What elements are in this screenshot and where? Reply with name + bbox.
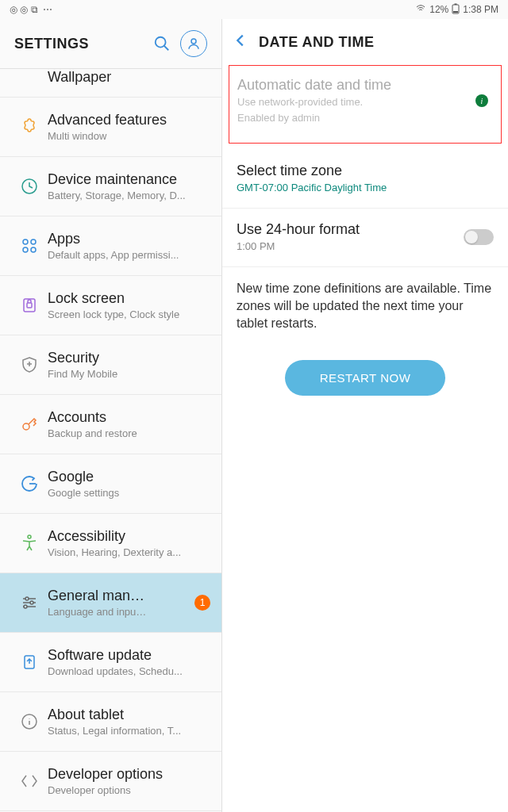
sidebar-item-developer-options[interactable]: Developer options Developer options [0, 752, 221, 811]
svg-point-18 [25, 597, 29, 600]
sidebar-item-security[interactable]: Security Find My Mobile [0, 335, 221, 395]
select-timezone-row[interactable]: Select time zone GMT-07:00 Pacific Dayli… [222, 150, 508, 209]
sidebar-item-label: About tablet [48, 707, 210, 723]
battery-pct: 12% [429, 4, 448, 15]
auto-datetime-sub1: Use network-provided time. [237, 96, 475, 109]
sliders-icon [11, 593, 48, 612]
auto-datetime-highlight: Automatic date and time Use network-prov… [229, 65, 502, 144]
key-icon [11, 415, 48, 434]
use-24h-example: 1:00 PM [237, 240, 464, 254]
notification-badge: 1 [194, 595, 210, 611]
svg-line-4 [164, 46, 169, 51]
status-bar: ◎ ◎ ⧉ ⋯ 12% 1:38 PM [0, 0, 508, 19]
auto-datetime-title: Automatic date and time [237, 77, 475, 94]
apps-icon [11, 236, 48, 255]
shield-icon [11, 355, 48, 374]
sidebar-item-accounts[interactable]: Accounts Backup and restore [0, 395, 221, 454]
sidebar-item-label: Accessibility [48, 528, 210, 545]
update-icon [11, 653, 48, 672]
auto-datetime-sub2: Enabled by admin [237, 112, 475, 125]
search-icon[interactable] [148, 30, 175, 57]
sidebar-item-label: Lock screen [48, 290, 210, 307]
admin-info-icon[interactable]: i [475, 94, 488, 107]
svg-point-10 [31, 247, 36, 252]
svg-point-9 [23, 247, 28, 252]
tz-update-info: New time zone definitions are available.… [222, 267, 508, 346]
sidebar-item-sub: Vision, Hearing, Dexterity a... [48, 546, 210, 558]
sidebar-item-sub: Backup and restore [48, 427, 210, 439]
sidebar-item-sub: Download updates, Schedu... [48, 665, 210, 677]
detail-title: DATE AND TIME [259, 34, 375, 51]
sidebar-item-google[interactable]: Google Google settings [0, 454, 221, 514]
sidebar-item-label: Accounts [48, 409, 210, 426]
sidebar-item-label: Device maintenance [48, 171, 210, 188]
sidebar-item-sub: Developer options [48, 784, 210, 796]
lock-icon [11, 296, 48, 315]
svg-rect-11 [24, 299, 35, 312]
svg-point-22 [24, 605, 27, 608]
sidebar-item-sub: Battery, Storage, Memory, D... [48, 190, 210, 201]
sidebar-item-sub: Status, Legal information, T... [48, 725, 210, 737]
sidebar-item-sub: Find My Mobile [48, 368, 210, 380]
use-24h-toggle[interactable] [464, 229, 494, 245]
code-icon [11, 772, 48, 791]
sidebar-title: SETTINGS [14, 36, 144, 52]
sidebar-item-sub: Multi window [48, 130, 210, 142]
svg-point-8 [31, 239, 36, 244]
back-icon[interactable] [232, 32, 249, 52]
profile-icon[interactable] [180, 30, 207, 57]
sidebar-item-general-management[interactable]: General man… Language and inpu… 1 [0, 573, 221, 633]
sidebar-item-sub: Default apps, App permissi... [48, 249, 210, 261]
timezone-title: Select time zone [237, 163, 494, 179]
sidebar-item-software-update[interactable]: Software update Download updates, Schedu… [0, 633, 221, 692]
sidebar-item-label: Security [48, 350, 210, 366]
wifi-icon [415, 4, 426, 16]
svg-point-3 [156, 37, 166, 48]
info-icon [11, 712, 48, 731]
settings-sidebar: SETTINGS Wallpaper Advanced feature [0, 19, 222, 812]
sidebar-header: SETTINGS [0, 19, 221, 69]
sidebar-item-advanced-features[interactable]: Advanced features Multi window [0, 98, 221, 157]
sidebar-item-label: Apps [48, 231, 210, 247]
restart-now-button[interactable]: RESTART NOW [285, 360, 446, 396]
sidebar-item-label: General man… [48, 588, 190, 604]
accessibility-icon [11, 534, 48, 553]
sidebar-item-sub: Screen lock type, Clock style [48, 308, 210, 320]
clock-text: 1:38 PM [463, 4, 498, 15]
detail-header: DATE AND TIME [222, 19, 508, 65]
svg-point-20 [30, 601, 33, 604]
timezone-value: GMT-07:00 Pacific Daylight Time [237, 182, 494, 195]
svg-rect-12 [27, 303, 32, 308]
sidebar-item-label: Google [48, 469, 210, 485]
sidebar-item-about-tablet[interactable]: About tablet Status, Legal information, … [0, 692, 221, 752]
sidebar-item-device-maintenance[interactable]: Device maintenance Battery, Storage, Mem… [0, 157, 221, 216]
battery-icon [452, 3, 460, 17]
use-24h-title: Use 24-hour format [237, 221, 464, 238]
svg-point-16 [28, 535, 31, 538]
svg-point-5 [191, 39, 196, 44]
sidebar-item-lock-screen[interactable]: Lock screen Screen lock type, Clock styl… [0, 276, 221, 335]
sidebar-item-label: Developer options [48, 766, 210, 783]
svg-point-7 [23, 239, 28, 244]
sidebar-item-apps[interactable]: Apps Default apps, App permissi... [0, 216, 221, 276]
svg-point-15 [23, 423, 29, 430]
detail-pane: DATE AND TIME Automatic date and time Us… [222, 19, 508, 812]
google-icon [11, 474, 48, 493]
sidebar-item-sub: Language and inpu… [48, 606, 190, 618]
maintenance-icon [11, 177, 48, 196]
svg-rect-2 [453, 11, 458, 13]
sidebar-item-accessibility[interactable]: Accessibility Vision, Hearing, Dexterity… [0, 514, 221, 573]
svg-rect-1 [455, 3, 457, 5]
sidebar-item-label: Advanced features [48, 112, 210, 128]
app-icons: ◎ ◎ ⧉ ⋯ [10, 4, 52, 15]
sidebar-item-label: Software update [48, 647, 210, 664]
sidebar-item-sub: Google settings [48, 487, 210, 499]
sidebar-item-wallpaper[interactable]: Wallpaper [0, 69, 221, 98]
sidebar-item-label: Wallpaper [48, 69, 210, 86]
use-24h-row[interactable]: Use 24-hour format 1:00 PM [222, 209, 508, 267]
gear-flower-icon [11, 117, 48, 136]
